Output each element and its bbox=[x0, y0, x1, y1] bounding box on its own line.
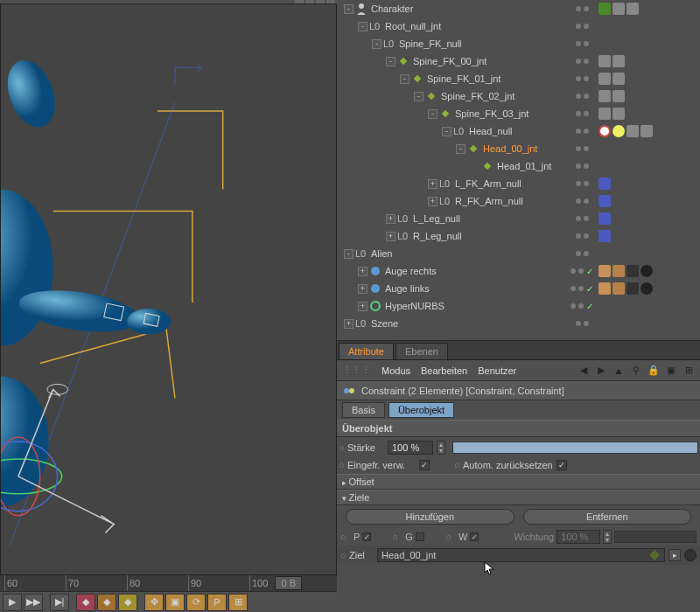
visibility-dots[interactable] bbox=[569, 181, 595, 186]
object-name-label[interactable]: R_Leg_null bbox=[413, 231, 462, 241]
w-checkbox[interactable]: ✓ bbox=[470, 532, 479, 541]
po-tag-icon[interactable] bbox=[598, 55, 611, 67]
hierarchy-row[interactable]: +L0R_FK_Arm_null bbox=[337, 192, 700, 210]
hierarchy-row[interactable]: +L0L_FK_Arm_null bbox=[337, 175, 700, 192]
entfernen-button[interactable]: Entfernen bbox=[523, 509, 692, 525]
tag-area[interactable] bbox=[595, 282, 700, 295]
object-name-label[interactable]: L_Leg_null bbox=[413, 213, 460, 224]
grid-tool-button[interactable]: ⊞ bbox=[228, 594, 248, 611]
object-name-label[interactable]: Spine_FK_03_jnt bbox=[455, 108, 528, 119]
hierarchy-row[interactable]: -L0Spine_FK_null bbox=[337, 35, 700, 52]
tag-area[interactable] bbox=[595, 3, 700, 15]
expand-toggle[interactable]: - bbox=[372, 39, 382, 49]
eingefr-checkbox[interactable]: ✓ bbox=[419, 460, 430, 470]
hierarchy-row[interactable]: +Auge links✓ bbox=[337, 280, 700, 297]
hierarchy-row[interactable]: -L0Head_null bbox=[337, 122, 700, 140]
search-icon[interactable]: ⚲ bbox=[630, 365, 642, 377]
hierarchy-row[interactable]: -Spine_FK_00_jnt bbox=[337, 52, 700, 70]
ziel-link-field[interactable]: Head_00_jnt bbox=[377, 548, 665, 562]
hierarchy-row[interactable]: -Head_00_jnt bbox=[337, 140, 700, 157]
object-name-label[interactable]: HyperNURBS bbox=[385, 301, 444, 311]
expand-toggle[interactable]: + bbox=[386, 232, 396, 241]
po-tag-icon[interactable] bbox=[598, 90, 611, 102]
ball-tag-icon[interactable] bbox=[640, 282, 653, 295]
lock-icon[interactable]: 🔒 bbox=[648, 365, 660, 377]
hierarchy-row[interactable]: Head_01_jnt bbox=[337, 157, 700, 175]
play-button[interactable]: ▶ bbox=[3, 594, 22, 611]
subtab-basis[interactable]: Basis bbox=[342, 402, 385, 418]
rotate-tool-button[interactable]: ⟳ bbox=[186, 594, 206, 611]
ps-tag-icon[interactable] bbox=[612, 73, 625, 85]
expand-toggle[interactable]: - bbox=[442, 127, 452, 136]
expand-toggle[interactable]: + bbox=[344, 319, 354, 329]
scale-tool-button[interactable]: ▣ bbox=[165, 594, 185, 611]
starke-slider[interactable] bbox=[452, 442, 698, 454]
noise-tag-icon[interactable] bbox=[626, 282, 639, 295]
tex2-tag-icon[interactable] bbox=[612, 265, 625, 277]
forbid-tag-icon[interactable] bbox=[598, 125, 611, 137]
object-name-label[interactable]: L_FK_Arm_null bbox=[455, 178, 522, 189]
expand-toggle[interactable]: + bbox=[358, 284, 368, 294]
subtab-uberobjekt[interactable]: Überobjekt bbox=[388, 402, 454, 418]
visibility-dots[interactable] bbox=[569, 129, 595, 134]
blue-red-tag-icon[interactable] bbox=[598, 195, 611, 207]
tex-tag-icon[interactable] bbox=[598, 282, 611, 295]
hierarchy-row[interactable]: +L0Szene bbox=[337, 315, 700, 332]
menu-dots-icon[interactable]: ⋮⋮⋮ bbox=[342, 365, 371, 376]
tag-area[interactable] bbox=[595, 90, 700, 102]
object-name-label[interactable]: R_FK_Arm_null bbox=[455, 196, 523, 206]
nav-back-icon[interactable]: ◀ bbox=[578, 365, 590, 377]
nav-up-icon[interactable]: ▲ bbox=[612, 365, 625, 377]
object-name-label[interactable]: Head_null bbox=[469, 126, 513, 136]
keyframe-auto-button[interactable]: ◆ bbox=[97, 594, 116, 611]
expand-toggle[interactable]: - bbox=[386, 57, 396, 66]
hierarchy-row[interactable]: -L0Alien bbox=[337, 245, 700, 262]
skip-end-button[interactable]: ▶| bbox=[50, 594, 69, 611]
object-name-label[interactable]: Head_01_jnt bbox=[497, 161, 551, 171]
keyframe-record-button[interactable]: ◆ bbox=[76, 594, 95, 611]
tab-ebenen[interactable]: Ebenen bbox=[396, 343, 448, 359]
visibility-dots[interactable]: ✓ bbox=[569, 284, 595, 294]
tag-area[interactable] bbox=[595, 195, 700, 207]
blue-red-tag-icon[interactable] bbox=[598, 212, 611, 225]
starke-input[interactable] bbox=[388, 441, 433, 455]
g-checkbox[interactable] bbox=[416, 532, 424, 541]
expand-toggle[interactable]: - bbox=[456, 144, 466, 154]
ps-tag-icon[interactable] bbox=[612, 55, 625, 67]
po-tag-icon[interactable] bbox=[612, 3, 625, 15]
visibility-dots[interactable] bbox=[569, 233, 595, 239]
object-name-label[interactable]: Szene bbox=[371, 318, 398, 329]
hierarchy-row[interactable]: -Spine_FK_03_jnt bbox=[337, 105, 700, 122]
visibility-dots[interactable]: ✓ bbox=[569, 302, 595, 311]
object-manager[interactable]: -Charakter-L0Root_null_jnt-L0Spine_FK_nu… bbox=[337, 0, 700, 341]
expand-toggle[interactable]: - bbox=[344, 4, 354, 14]
hierarchy-row[interactable]: -Spine_FK_02_jnt bbox=[337, 87, 700, 105]
menu-modus[interactable]: Modus bbox=[382, 365, 410, 376]
nav-fwd-icon[interactable]: ▶ bbox=[595, 365, 607, 377]
play-forward-button[interactable]: ▶▶ bbox=[24, 594, 43, 611]
tex-tag-icon[interactable] bbox=[598, 265, 611, 277]
visibility-dots[interactable] bbox=[569, 198, 595, 204]
visibility-dots[interactable] bbox=[569, 59, 595, 64]
tag-area[interactable] bbox=[595, 108, 700, 120]
tag-area[interactable] bbox=[595, 230, 700, 242]
hierarchy-row[interactable]: -Spine_FK_01_jnt bbox=[337, 70, 700, 87]
expand-toggle[interactable]: - bbox=[400, 74, 410, 84]
visibility-dots[interactable] bbox=[569, 111, 595, 116]
starke-spinner[interactable]: ▴▾ bbox=[437, 441, 445, 455]
green-figure-tag-icon[interactable] bbox=[598, 3, 611, 15]
tex2-tag-icon[interactable] bbox=[612, 282, 625, 295]
timeline-scrub-indicator[interactable]: 0 B bbox=[275, 576, 302, 590]
visibility-dots[interactable] bbox=[569, 41, 595, 46]
autom-checkbox[interactable]: ✓ bbox=[556, 460, 567, 470]
visibility-dots[interactable] bbox=[569, 251, 595, 256]
hierarchy-row[interactable]: -Charakter bbox=[337, 0, 700, 17]
tag-area[interactable] bbox=[595, 177, 700, 190]
visibility-dots[interactable] bbox=[569, 321, 595, 326]
expand-toggle[interactable]: - bbox=[358, 22, 368, 31]
noise-tag-icon[interactable] bbox=[626, 265, 639, 277]
expand-toggle[interactable]: - bbox=[428, 109, 438, 119]
visibility-dots[interactable] bbox=[569, 76, 595, 81]
move-tool-button[interactable]: ✥ bbox=[144, 594, 164, 611]
hierarchy-row[interactable]: +HyperNURBS✓ bbox=[337, 297, 700, 315]
